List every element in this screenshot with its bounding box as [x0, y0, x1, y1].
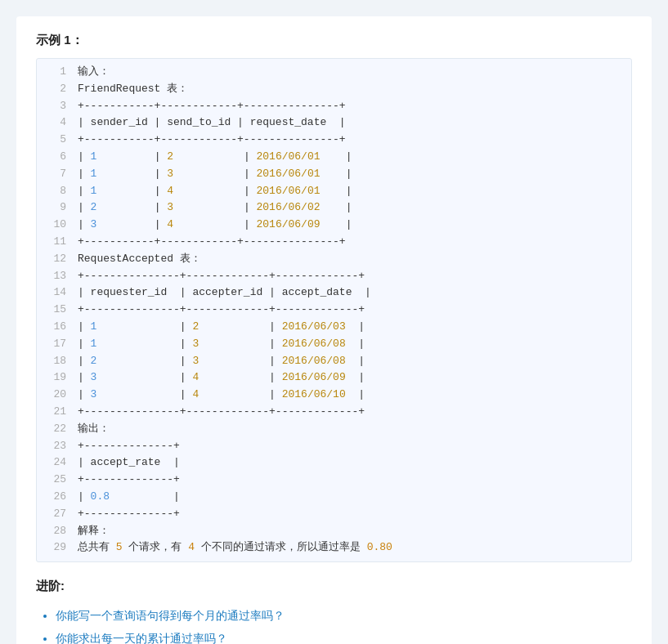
- code-line: 13+---------------+-------------+-------…: [37, 268, 631, 285]
- code-line: 2FriendRequest 表：: [37, 81, 631, 98]
- line-number: 9: [43, 199, 66, 217]
- line-content: | 2 | 3 | 2016/06/08 |: [78, 353, 625, 370]
- line-number: 29: [43, 539, 66, 557]
- code-line: 1输入：: [37, 64, 631, 81]
- line-content: | 3 | 4 | 2016/06/09 |: [78, 369, 625, 387]
- line-content: | 1 | 3 | 2016/06/01 |: [78, 166, 625, 183]
- line-number: 23: [43, 438, 66, 455]
- code-line: 14| requester_id | accepter_id | accept_…: [37, 284, 631, 302]
- line-number: 21: [43, 404, 66, 421]
- code-line: 23+--------------+: [37, 438, 631, 455]
- line-content: +---------------+-------------+---------…: [78, 302, 625, 319]
- line-number: 11: [43, 234, 66, 251]
- line-content: | sender_id | send_to_id | request_date …: [78, 114, 625, 132]
- line-number: 26: [43, 489, 66, 506]
- code-line: 20| 3 | 4 | 2016/06/10 |: [37, 387, 631, 404]
- line-number: 3: [43, 98, 66, 115]
- line-number: 25: [43, 472, 66, 489]
- line-number: 16: [43, 319, 66, 336]
- line-number: 24: [43, 454, 66, 472]
- line-content: | 1 | 2 | 2016/06/01 |: [78, 149, 625, 166]
- line-content: +-----------+------------+--------------…: [78, 234, 625, 251]
- line-number: 28: [43, 523, 66, 540]
- line-number: 6: [43, 149, 66, 166]
- line-content: +-----------+------------+--------------…: [78, 98, 625, 115]
- line-content: | accept_rate |: [78, 454, 625, 472]
- code-line: 22输出：: [37, 421, 631, 438]
- line-content: +--------------+: [78, 472, 625, 489]
- code-line: 7| 1 | 3 | 2016/06/01 |: [37, 166, 631, 183]
- advanced-list: 你能写一个查询语句得到每个月的通过率吗？你能求出每一天的累计通过率吗？: [36, 604, 632, 644]
- line-content: 解释：: [78, 523, 625, 540]
- advanced-title: 进阶:: [36, 579, 632, 594]
- line-number: 4: [43, 114, 66, 132]
- code-line: 18| 2 | 3 | 2016/06/08 |: [37, 353, 631, 370]
- code-line: 6| 1 | 2 | 2016/06/01 |: [37, 149, 631, 166]
- line-number: 22: [43, 421, 66, 438]
- line-content: | 1 | 4 | 2016/06/01 |: [78, 183, 625, 200]
- code-line: 16| 1 | 2 | 2016/06/03 |: [37, 319, 631, 336]
- code-line: 21+---------------+-------------+-------…: [37, 404, 631, 421]
- code-line: 8| 1 | 4 | 2016/06/01 |: [37, 183, 631, 200]
- line-content: +-----------+------------+--------------…: [78, 132, 625, 149]
- line-content: 输入：: [78, 64, 625, 81]
- line-number: 13: [43, 268, 66, 285]
- code-line: 28解释：: [37, 523, 631, 540]
- advanced-list-item[interactable]: 你能求出每一天的累计通过率吗？: [56, 627, 632, 644]
- line-content: | 0.8 |: [78, 489, 625, 506]
- line-content: RequestAccepted 表：: [78, 251, 625, 268]
- line-content: | 3 | 4 | 2016/06/09 |: [78, 217, 625, 234]
- code-line: 19| 3 | 4 | 2016/06/09 |: [37, 369, 631, 387]
- code-line: 9| 2 | 3 | 2016/06/02 |: [37, 199, 631, 217]
- line-number: 27: [43, 506, 66, 523]
- line-content: | 2 | 3 | 2016/06/02 |: [78, 199, 625, 217]
- line-number: 8: [43, 183, 66, 200]
- code-line: 11+-----------+------------+------------…: [37, 234, 631, 251]
- line-number: 17: [43, 336, 66, 353]
- code-line: 12RequestAccepted 表：: [37, 251, 631, 268]
- advanced-list-item[interactable]: 你能写一个查询语句得到每个月的通过率吗？: [56, 604, 632, 627]
- line-content: | requester_id | accepter_id | accept_da…: [78, 284, 625, 302]
- code-line: 4| sender_id | send_to_id | request_date…: [37, 114, 631, 132]
- code-line: 26| 0.8 |: [37, 489, 631, 506]
- line-content: +---------------+-------------+---------…: [78, 268, 625, 285]
- code-block: 1输入：2FriendRequest 表：3+-----------+-----…: [36, 58, 632, 562]
- line-content: | 1 | 3 | 2016/06/08 |: [78, 336, 625, 353]
- code-line: 10| 3 | 4 | 2016/06/09 |: [37, 217, 631, 234]
- code-line: 29总共有 5 个请求，有 4 个不同的通过请求，所以通过率是 0.80: [37, 539, 631, 557]
- code-line: 15+---------------+-------------+-------…: [37, 302, 631, 319]
- line-number: 15: [43, 302, 66, 319]
- code-line: 24| accept_rate |: [37, 454, 631, 472]
- line-content: | 3 | 4 | 2016/06/10 |: [78, 387, 625, 404]
- code-line: 3+-----------+------------+-------------…: [37, 98, 631, 115]
- code-line: 5+-----------+------------+-------------…: [37, 132, 631, 149]
- line-content: | 1 | 2 | 2016/06/03 |: [78, 319, 625, 336]
- line-number: 19: [43, 369, 66, 387]
- line-content: +--------------+: [78, 438, 625, 455]
- main-container: 示例 1： 1输入：2FriendRequest 表：3+-----------…: [16, 16, 652, 644]
- example-title: 示例 1：: [36, 33, 632, 48]
- line-number: 1: [43, 64, 66, 81]
- line-number: 10: [43, 217, 66, 234]
- line-number: 18: [43, 353, 66, 370]
- line-content: 输出：: [78, 421, 625, 438]
- line-number: 7: [43, 166, 66, 183]
- line-content: +---------------+-------------+---------…: [78, 404, 625, 421]
- line-number: 12: [43, 251, 66, 268]
- line-number: 2: [43, 81, 66, 98]
- line-number: 20: [43, 387, 66, 404]
- line-number: 14: [43, 284, 66, 302]
- code-line: 25+--------------+: [37, 472, 631, 489]
- code-line: 17| 1 | 3 | 2016/06/08 |: [37, 336, 631, 353]
- line-content: +--------------+: [78, 506, 625, 523]
- line-number: 5: [43, 132, 66, 149]
- code-line: 27+--------------+: [37, 506, 631, 523]
- advanced-section: 进阶: 你能写一个查询语句得到每个月的通过率吗？你能求出每一天的累计通过率吗？: [36, 579, 632, 644]
- line-content: FriendRequest 表：: [78, 81, 625, 98]
- line-content: 总共有 5 个请求，有 4 个不同的通过请求，所以通过率是 0.80: [78, 539, 625, 557]
